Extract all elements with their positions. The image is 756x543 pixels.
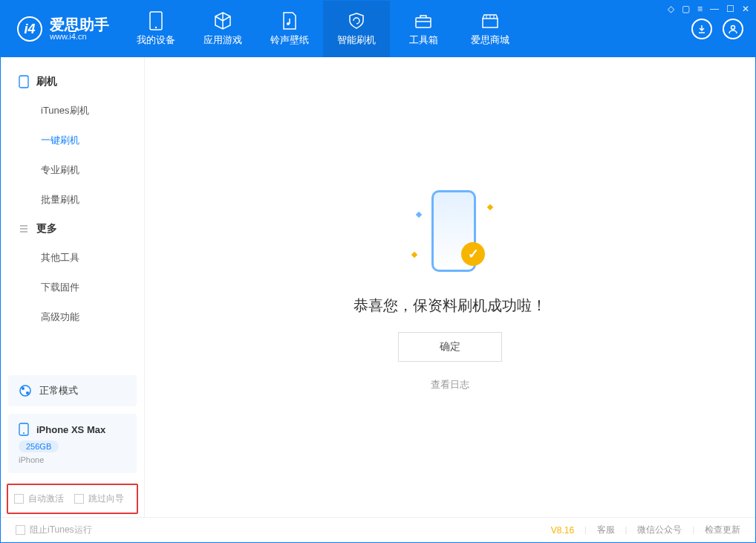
svg-rect-3 [416,18,431,27]
close-icon[interactable]: ✕ [742,4,749,14]
sidebar-item-itunes-flash[interactable]: iTunes刷机 [1,96,144,126]
nav-apps-games[interactable]: 应用游戏 [189,1,256,57]
svg-point-10 [23,432,25,434]
feedback-icon[interactable]: ◇ [668,4,674,14]
device-type: iPhone [19,455,126,464]
mode-card[interactable]: 正常模式 [8,375,137,406]
checkbox-auto-activate[interactable]: 自动激活 [14,492,64,505]
nav-store[interactable]: 爱思商城 [457,1,524,57]
checkbox-icon [74,494,84,504]
main-content: ✓ 恭喜您，保资料刷机成功啦！ 确定 查看日志 [145,57,755,517]
device-icon [19,423,29,436]
download-button[interactable] [691,19,712,39]
nav-toolbox[interactable]: 工具箱 [390,1,457,57]
nav-label: 应用游戏 [203,33,242,47]
sidebar-item-oneclick-flash[interactable]: 一键刷机 [1,126,144,155]
skin-icon[interactable]: ▢ [682,4,690,14]
svg-rect-5 [19,76,28,88]
checkbox-skip-wizard[interactable]: 跳过向导 [74,492,124,505]
logo[interactable]: i4 爱思助手 www.i4.cn [1,1,123,57]
nav-label: 智能刷机 [337,33,376,47]
sidebar-item-other-tools[interactable]: 其他工具 [1,243,144,273]
sidebar-section-more[interactable]: 更多 [1,215,144,243]
sidebar-item-batch-flash[interactable]: 批量刷机 [1,185,144,215]
toolbox-icon [414,11,433,30]
checkbox-icon [14,494,24,504]
nav-label: 铃声壁纸 [270,33,309,47]
maximize-icon[interactable]: ☐ [726,4,734,14]
ok-button[interactable]: 确定 [398,332,502,362]
svg-point-1 [155,27,157,28]
phone-icon [19,75,29,88]
user-button[interactable] [723,19,743,39]
check-icon: ✓ [461,242,485,266]
menu-icon[interactable]: ≡ [697,4,703,14]
logo-icon: i4 [17,16,42,42]
list-icon [19,224,29,234]
footer-link-support[interactable]: 客服 [597,524,615,536]
nav-label: 爱思商城 [471,33,509,47]
checkbox-block-itunes[interactable]: 阻止iTunes运行 [16,524,92,536]
svg-point-6 [20,386,30,396]
nav-label: 工具箱 [409,33,438,47]
sidebar-item-advanced[interactable]: 高级功能 [1,302,144,332]
svg-point-7 [22,387,25,390]
success-illustration: ✓ [402,183,498,279]
app-window: ◇ ▢ ≡ — ☐ ✕ i4 爱思助手 www.i4.cn 我的设备 应用游戏 [0,0,756,543]
checkbox-label: 跳过向导 [88,492,124,505]
music-file-icon [280,11,299,30]
sidebar-item-download-firmware[interactable]: 下载固件 [1,273,144,302]
section-title: 刷机 [36,75,57,88]
section-title: 更多 [36,222,57,235]
device-name: iPhone XS Max [36,424,105,435]
svg-point-8 [26,391,29,394]
app-name-en: www.i4.cn [50,32,109,41]
view-log-link[interactable]: 查看日志 [431,378,469,391]
body: 刷机 iTunes刷机 一键刷机 专业刷机 批量刷机 更多 其他工具 下载固件 … [1,57,755,517]
checkbox-label: 阻止iTunes运行 [30,524,92,536]
refresh-shield-icon [347,11,366,30]
device-capacity: 256GB [19,440,59,452]
cube-icon [213,11,232,30]
sidebar-cards: 正常模式 iPhone XS Max 256GB iPhone [1,368,144,481]
footer: 阻止iTunes运行 V8.16 | 客服 | 微信公众号 | 检查更新 [1,517,755,542]
nav-ringtone-wallpaper[interactable]: 铃声壁纸 [256,1,323,57]
footer-link-wechat[interactable]: 微信公众号 [637,524,682,536]
sidebar-section-flash[interactable]: 刷机 [1,68,144,96]
mode-icon [19,384,32,397]
logo-text: 爱思助手 www.i4.cn [50,17,109,41]
success-message: 恭喜您，保资料刷机成功啦！ [353,296,547,316]
minimize-icon[interactable]: — [710,4,719,14]
top-nav: 我的设备 应用游戏 铃声壁纸 智能刷机 工具箱 爱思商城 [123,1,524,57]
nav-label: 我的设备 [137,33,175,47]
nav-my-device[interactable]: 我的设备 [123,1,189,57]
nav-smart-flash[interactable]: 智能刷机 [323,1,390,57]
version-label: V8.16 [551,525,574,536]
svg-point-2 [287,22,290,25]
svg-point-4 [731,26,735,30]
device-card[interactable]: iPhone XS Max 256GB iPhone [8,414,137,473]
header: i4 爱思助手 www.i4.cn 我的设备 应用游戏 铃声壁纸 智能刷机 [1,1,755,57]
checkbox-label: 自动激活 [28,492,64,505]
footer-link-update[interactable]: 检查更新 [705,524,740,536]
mode-label: 正常模式 [39,384,78,397]
device-icon [146,11,166,30]
sidebar-item-pro-flash[interactable]: 专业刷机 [1,155,144,185]
app-name-cn: 爱思助手 [50,17,109,32]
sidebar: 刷机 iTunes刷机 一键刷机 专业刷机 批量刷机 更多 其他工具 下载固件 … [1,57,145,517]
store-icon [480,11,500,30]
checkbox-icon [16,525,25,535]
window-controls: ◇ ▢ ≡ — ☐ ✕ [668,4,749,14]
highlight-options: 自动激活 跳过向导 [7,484,138,514]
